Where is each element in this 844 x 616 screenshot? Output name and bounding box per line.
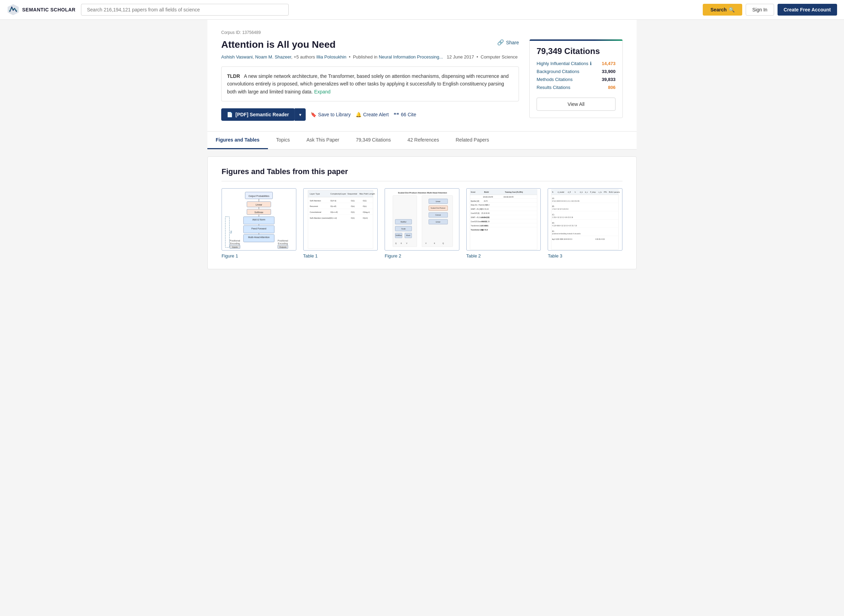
figure-label-1[interactable]: Figure 1 — [222, 253, 297, 258]
citation-row-background: Background Citations 33,900 — [537, 69, 615, 74]
header-buttons: Search 🔍 Sign In Create Free Account — [703, 4, 837, 16]
figure-label-3[interactable]: Figure 2 — [385, 253, 459, 258]
background-citations-label[interactable]: Background Citations — [537, 69, 580, 74]
signin-button[interactable]: Sign In — [746, 4, 774, 16]
create-account-label: Create Free Account — [784, 7, 831, 12]
tab-figures-tables[interactable]: Figures and Tables — [207, 132, 268, 149]
tabs-list: Figures and Tables Topics Ask This Paper… — [207, 132, 637, 149]
svg-text:Training Cost (FLOPs): Training Cost (FLOPs) — [505, 191, 523, 193]
abstract: TLDR A new simple network architecture, … — [221, 66, 519, 101]
svg-text:(E): (E) — [552, 230, 554, 232]
expand-link[interactable]: Expand — [314, 89, 330, 94]
svg-text:BLEU: BLEU — [609, 191, 614, 193]
paper-body: Attention is All you Need 🔗 Share Ashish… — [221, 39, 623, 121]
svg-text:(B): (B) — [552, 206, 554, 208]
svg-text:6  512  2048  8  64  64  0.1  : 6 512 2048 8 64 64 0.1 0.1 4.92 25.8 65 — [552, 200, 580, 202]
pdf-dropdown-button[interactable]: ▾ — [295, 108, 306, 121]
svg-text:Output Probabilities: Output Probabilities — [248, 195, 270, 198]
citations-count: 79,349 Citations — [537, 46, 615, 56]
svg-text:positional embedding instead o: positional embedding instead of sinusoid… — [552, 233, 581, 235]
svg-text:big  6  1024  4096  16  64  64: big 6 1024 4096 16 64 64 0.3 — [552, 239, 572, 241]
svg-text:39.2: 39.2 — [486, 205, 490, 206]
create-account-button[interactable]: Create Free Account — [778, 4, 837, 16]
figure-image-2[interactable]: Layer Type Complexity/Layer Sequential M… — [303, 188, 378, 251]
figure-card-4: BLEU Training Cost (FLOPs) Model EN-DE E… — [466, 188, 541, 258]
search-button[interactable]: Search 🔍 — [703, 4, 742, 16]
figure-image-1[interactable]: Output Probabilities Linear Softmax Add … — [222, 188, 297, 251]
results-citations-label[interactable]: Results Citations — [537, 85, 571, 90]
citations-card: 79,349 Citations Highly Influential Cita… — [529, 39, 623, 118]
figure-image-3[interactable]: Scaled Dot-Product Attention Multi-Head … — [385, 188, 459, 251]
figure-label-4[interactable]: Table 2 — [466, 253, 541, 258]
svg-text:SoftMax: SoftMax — [396, 235, 402, 237]
svg-text:Layer Type: Layer Type — [310, 193, 320, 195]
svg-rect-81 — [470, 189, 537, 195]
svg-text:26.30  41.16: 26.30 41.16 — [481, 217, 490, 219]
svg-text:EN-DE  EN-FR: EN-DE EN-FR — [504, 196, 514, 198]
published-prefix: Published in — [353, 54, 379, 60]
author-ashish[interactable]: Ashish Vaswani — [221, 54, 253, 60]
authors-more: +5 authors — [294, 54, 316, 60]
svg-text:Linear: Linear — [255, 204, 263, 206]
svg-text:EN-DE  EN-FR: EN-DE EN-FR — [483, 196, 493, 198]
methods-citations-label[interactable]: Methods Citations — [537, 77, 572, 82]
search-input[interactable] — [81, 4, 289, 16]
svg-text:Encoding: Encoding — [278, 242, 288, 245]
figure-svg-5: N d_model d_ff h d_k d_v P_drop ε_ls PPL… — [548, 189, 622, 250]
figure-label-5[interactable]: Table 3 — [547, 253, 622, 258]
tab-related-papers[interactable]: Related Papers — [447, 132, 498, 149]
create-alert-button[interactable]: 🔔 Create Alert — [355, 112, 389, 117]
svg-text:Scaled Dot-Product: Scaled Dot-Product — [431, 208, 446, 209]
author-illia[interactable]: Illia Polosukhin — [316, 54, 346, 60]
pdf-icon: 📄 — [227, 112, 233, 117]
svg-text:Nx: Nx — [230, 230, 232, 233]
svg-text:27.3   38.1: 27.3 38.1 — [481, 225, 488, 227]
svg-text:O(logₖn): O(logₖn) — [363, 211, 370, 213]
action-buttons: 📄 [PDF] Semantic Reader ▾ 🔖 Save to Libr… — [221, 108, 519, 121]
share-button[interactable]: 🔗 Share — [497, 39, 519, 46]
bookmark-icon: 🔖 — [311, 112, 316, 117]
author-noam[interactable]: Noam M. Shazeer — [255, 54, 291, 60]
citation-row-influential: Highly Influential Citations ℹ 14,473 — [537, 61, 615, 66]
svg-text:2  256     4  32  32   0.2    : 2 256 4 32 32 0.2 4.84 25.5 36 — [552, 217, 573, 219]
svg-text:Convolutional: Convolutional — [310, 211, 321, 213]
svg-text:Linear: Linear — [436, 221, 441, 223]
svg-text:Q: Q — [442, 243, 444, 244]
alert-label: Create Alert — [363, 112, 389, 117]
influential-citations-label[interactable]: Highly Influential Citations ℹ — [537, 61, 592, 66]
figure-image-5[interactable]: N d_model d_ff h d_k d_v P_drop ε_ls PPL… — [547, 188, 622, 251]
tab-topics[interactable]: Topics — [268, 132, 298, 149]
info-icon: ℹ — [590, 61, 592, 66]
pdf-button[interactable]: 📄 [PDF] Semantic Reader — [221, 108, 295, 121]
svg-text:(D): (D) — [552, 222, 555, 224]
tab-references[interactable]: 42 References — [399, 132, 447, 149]
svg-text:4.33  26.4  213: 4.33 26.4 213 — [596, 239, 605, 241]
svg-rect-26 — [225, 217, 229, 248]
search-button-label: Search — [710, 7, 727, 12]
share-label: Share — [506, 40, 519, 45]
search-bar — [81, 4, 289, 16]
svg-text:Concat: Concat — [436, 214, 441, 216]
tab-ask-paper[interactable]: Ask This Paper — [298, 132, 348, 149]
tab-citations[interactable]: 79,349 Citations — [348, 132, 399, 149]
svg-text:1  512     4  32  32       5.2: 1 512 4 32 32 5.29 24.9 — [552, 208, 568, 210]
svg-text:28.4   41.8: 28.4 41.8 — [481, 229, 488, 231]
svg-text:24.6   41.16: 24.6 41.16 — [481, 208, 489, 210]
view-all-button[interactable]: View All — [537, 98, 615, 111]
cite-button[interactable]: ❝❝ 66 Cite — [393, 112, 416, 117]
svg-rect-80 — [470, 189, 537, 249]
save-library-button[interactable]: 🔖 Save to Library — [311, 112, 351, 117]
venue-link[interactable]: Neural Information Processing... — [379, 54, 443, 60]
paper-title-row: Attention is All you Need 🔗 Share — [221, 39, 519, 54]
figure-image-4[interactable]: BLEU Training Cost (FLOPs) Model EN-DE E… — [466, 188, 541, 251]
figure-label-2[interactable]: Table 1 — [303, 253, 378, 258]
svg-text:(A): (A) — [552, 198, 554, 199]
svg-text:Sequential: Sequential — [347, 193, 357, 195]
svg-text:Complexity/Layer: Complexity/Layer — [330, 193, 346, 195]
paper-title: Attention is All you Need — [221, 39, 335, 50]
svg-text:PPL: PPL — [604, 191, 608, 193]
svg-text:Deep-Att + PosUnk [39]: Deep-Att + PosUnk [39] — [471, 205, 487, 206]
svg-text:Self-Attention: Self-Attention — [310, 200, 321, 202]
pdf-button-group: 📄 [PDF] Semantic Reader ▾ — [221, 108, 306, 121]
publish-date: 12 June 2017 — [446, 54, 474, 60]
